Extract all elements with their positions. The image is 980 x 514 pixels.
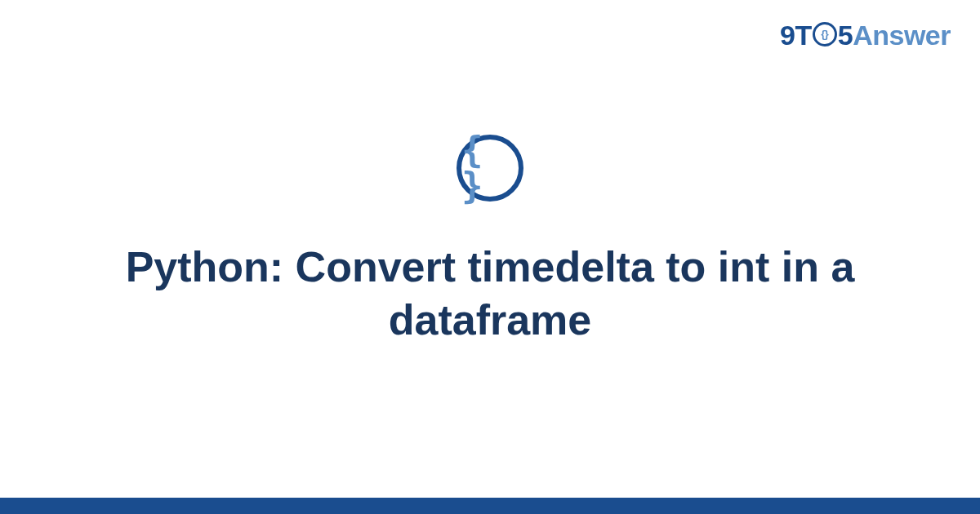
page-title: Python: Convert timedelta to int in a da…: [82, 241, 898, 347]
logo-circle-braces: {}: [821, 29, 828, 39]
logo-text-9t: 9T: [780, 20, 812, 51]
main-content: { } Python: Convert timedelta to int in …: [0, 0, 980, 514]
logo-circle-icon: {}: [813, 22, 837, 47]
site-logo: 9T {} 5 Answer: [780, 20, 951, 51]
code-braces-icon: { }: [457, 135, 523, 202]
footer-bar: [0, 498, 980, 514]
braces-glyph: { }: [461, 132, 519, 204]
logo-text-answer: Answer: [853, 20, 951, 51]
logo-text-5: 5: [838, 20, 853, 51]
